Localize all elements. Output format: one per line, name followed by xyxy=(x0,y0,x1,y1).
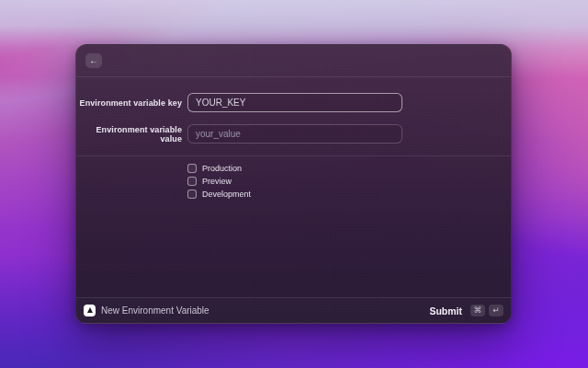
submit-button[interactable]: Submit xyxy=(429,305,462,316)
development-checkbox[interactable] xyxy=(187,190,197,199)
env-key-input[interactable] xyxy=(187,93,402,112)
env-key-label: Environment variable key xyxy=(76,98,182,108)
preview-checkbox[interactable] xyxy=(187,177,197,186)
form-divider xyxy=(76,155,511,156)
window-header: ← xyxy=(76,45,511,77)
production-checkbox[interactable] xyxy=(187,164,197,173)
checkbox-row-production: Production xyxy=(76,164,511,173)
action-bar: New Environment Variable Submit ⌘ ↵ xyxy=(76,297,511,323)
desktop-wallpaper: ← Environment variable key Environment v… xyxy=(0,0,588,368)
checkbox-row-development: Development xyxy=(76,190,511,199)
development-checkbox-label: Development xyxy=(202,190,251,199)
production-checkbox-label: Production xyxy=(202,164,242,173)
action-bar-left: New Environment Variable xyxy=(84,305,209,316)
vercel-triangle-icon xyxy=(87,307,93,313)
environment-checkbox-group: Production Preview Development xyxy=(76,164,511,199)
back-arrow-icon: ← xyxy=(89,53,98,68)
vercel-icon xyxy=(84,305,96,316)
command-key-icon[interactable]: ⌘ xyxy=(470,305,485,316)
action-bar-right: Submit ⌘ ↵ xyxy=(429,305,503,316)
return-key-icon[interactable]: ↵ xyxy=(489,305,503,316)
raycast-window: ← Environment variable key Environment v… xyxy=(75,44,512,324)
form-row-key: Environment variable key xyxy=(76,93,511,112)
env-value-label: Environment variable value xyxy=(76,125,182,144)
preview-checkbox-label: Preview xyxy=(202,177,232,186)
checkbox-row-preview: Preview xyxy=(76,177,511,186)
env-value-input[interactable] xyxy=(187,124,402,144)
command-title: New Environment Variable xyxy=(101,305,209,316)
back-button[interactable]: ← xyxy=(85,53,102,68)
env-variable-form: Environment variable key Environment var… xyxy=(76,77,511,199)
form-row-value: Environment variable value xyxy=(76,124,511,144)
